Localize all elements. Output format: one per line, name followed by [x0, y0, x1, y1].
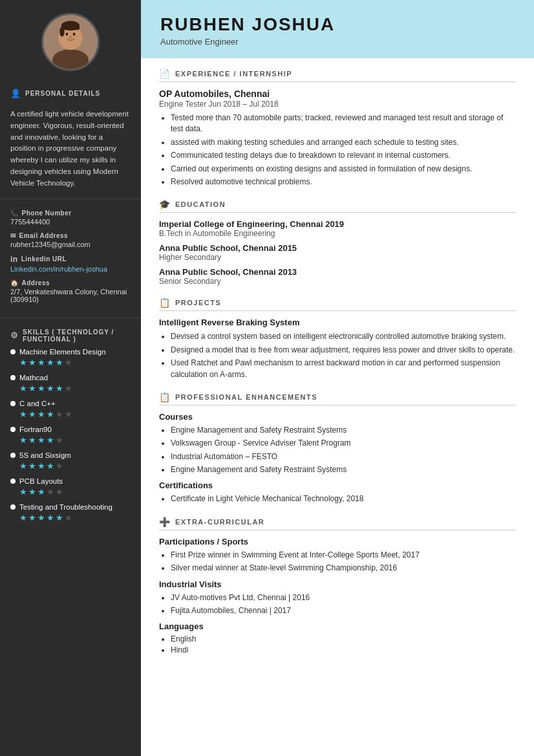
skill-item: Machine Elements Design★★★★★★ [10, 348, 131, 367]
skill-item: C and C++★★★★★★ [10, 400, 131, 419]
courses-label: Courses [159, 412, 516, 422]
industrial-list: JV Auto-motives Pvt Ltd, Chennai | 2016F… [171, 592, 516, 617]
address-value: 2/7, Venkateshwara Colony, Chennai (3099… [10, 288, 131, 303]
svg-point-9 [69, 36, 72, 39]
skill-item: Fortran90★★★★★ [10, 426, 131, 445]
personal-details-title: 👤 Personal Details [10, 89, 131, 98]
company-name: OP Automobiles, Chennai [159, 89, 516, 99]
professional-header: 📋 Professional Enhancements [159, 392, 516, 405]
skill-stars: ★★★★★ [10, 487, 131, 497]
list-item: JV Auto-motives Pvt Ltd, Chennai | 2016 [171, 592, 516, 603]
professional-section: 📋 Professional Enhancements Courses Engi… [159, 392, 516, 505]
sidebar: 👤 Personal Details A certified light veh… [0, 0, 141, 756]
skills-icon: ⚙ [10, 330, 19, 340]
project-bullets: Devised a control system based on intell… [171, 331, 516, 380]
list-item: Resolved automotive technical problems. [171, 177, 516, 188]
education-title: Education [175, 200, 226, 208]
skills-list: Machine Elements Design★★★★★★Mathcad★★★★… [10, 348, 131, 523]
projects-header: 📋 Projects [159, 297, 516, 311]
project-name: Intelligent Reverse Braking System [159, 318, 516, 327]
education-section: 🎓 Education Imperial College of Engineer… [159, 199, 516, 286]
email-value: rubher12345@gmail.com [10, 241, 131, 248]
extra-section: ➕ Extra-Curricular Participations / Spor… [159, 517, 516, 655]
list-item: Carried out experiments on existing desi… [171, 164, 516, 175]
skill-stars: ★★★★★ [10, 435, 131, 445]
list-item: Designed a model that is free from wear … [171, 345, 516, 356]
main-content: RUBHEN JOSHUA Automotive Engineer 📄 Expe… [141, 0, 534, 756]
candidate-title: Automotive Engineer [160, 37, 515, 47]
edu-sub: Senior Secondary [159, 277, 516, 286]
email-icon: ✉ [10, 232, 16, 239]
skill-name: Machine Elements Design [10, 348, 131, 356]
home-icon: 🏠 [10, 279, 19, 286]
education-entry: Imperial College of Engineering, Chennai… [159, 219, 516, 238]
projects-title: Projects [175, 299, 221, 307]
skill-item: 5S and Sixsigm★★★★★ [10, 451, 131, 471]
email-label: ✉ Email Address [10, 232, 131, 239]
skill-item: PCB Layouts★★★★★ [10, 477, 131, 497]
resume-header: RUBHEN JOSHUA Automotive Engineer [141, 0, 534, 58]
skill-name: Testing and Troubleshooting [10, 503, 131, 511]
edu-sub: B.Tech in Automobile Engineering [159, 229, 516, 238]
extra-title: Extra-Curricular [175, 518, 264, 526]
list-item: Silver medal winner at State-level Swimm… [171, 563, 516, 574]
skill-name: C and C++ [10, 400, 131, 407]
edu-name: Anna Public School, Chennai 2015 [159, 243, 516, 253]
person-icon: 👤 [10, 89, 21, 98]
extra-header: ➕ Extra-Curricular [159, 517, 516, 530]
job-role: Engine Tester Jun 2018 – Jul 2018 [159, 100, 516, 109]
svg-point-1 [52, 49, 89, 71]
edu-name: Imperial College of Engineering, Chennai… [159, 219, 516, 229]
list-item: Devised a control system based on intell… [171, 331, 516, 342]
phone-value: 7755444400 [10, 218, 131, 226]
skill-name: Mathcad [10, 374, 131, 382]
education-list: Imperial College of Engineering, Chennai… [159, 219, 516, 286]
education-entry: Anna Public School, Chennai 2013Senior S… [159, 267, 516, 286]
skill-stars: ★★★★★★ [10, 513, 131, 523]
education-icon: 🎓 [159, 199, 170, 210]
skill-stars: ★★★★★★ [10, 409, 131, 419]
candidate-name: RUBHEN JOSHUA [160, 14, 515, 35]
address-label: 🏠 Address [10, 279, 131, 286]
list-item: Fujita Automobiles, Chennai | 2017 [171, 605, 516, 616]
skill-name: 5S and Sixsigm [10, 451, 131, 459]
linkedin-value[interactable]: Linkedin.com/in/rubhen-joshua [10, 265, 131, 273]
phone-section: 📞 Phone Number 7755444400 ✉ Email Addres… [0, 202, 141, 315]
extra-icon: ➕ [159, 517, 170, 527]
svg-point-6 [59, 27, 64, 37]
avatar-container [0, 0, 141, 81]
certifications-label: Certifications [159, 481, 516, 490]
certifications-list: Certificate in Light Vehicle Mechanical … [171, 493, 516, 504]
education-entry: Anna Public School, Chennai 2015Higher S… [159, 243, 516, 262]
education-header: 🎓 Education [159, 199, 516, 213]
skill-item: Mathcad★★★★★★ [10, 374, 131, 393]
list-item: Engine Management and Safety Restraint S… [171, 464, 516, 475]
list-item: assisted with making testing schedules a… [171, 137, 516, 148]
list-item: Used Ratchet and Pawl mechanism to arres… [171, 358, 516, 380]
bio-text: A certified light vehicle development en… [0, 109, 141, 196]
list-item: Hindi [171, 645, 516, 654]
participations-label: Participations / Sports [159, 537, 516, 546]
resume-body: 📄 Experience / Internship OP Automobiles… [141, 58, 534, 679]
professional-title: Professional Enhancements [175, 393, 317, 401]
personal-details-section: 👤 Personal Details [0, 81, 141, 109]
edu-sub: Higher Secondary [159, 253, 516, 262]
phone-icon: 📞 [10, 210, 19, 217]
linkedin-label: in Linkedin URL [10, 255, 131, 264]
phone-item: 📞 Phone Number 7755444400 [10, 210, 131, 226]
skill-name: Fortran90 [10, 426, 131, 433]
professional-icon: 📋 [159, 392, 170, 402]
list-item: Engine Management and Safety Restraint S… [171, 425, 516, 436]
list-item: Certificate in Light Vehicle Mechanical … [171, 493, 516, 504]
skills-section: ⚙ Skills ( Technology / Functional ) Mac… [0, 321, 141, 534]
linkedin-item: in Linkedin URL Linkedin.com/in/rubhen-j… [10, 255, 131, 273]
experience-icon: 📄 [159, 69, 170, 79]
experience-title: Experience / Internship [175, 70, 292, 78]
skills-title: ⚙ Skills ( Technology / Functional ) [10, 329, 131, 343]
skill-stars: ★★★★★★ [10, 358, 131, 367]
svg-point-7 [66, 33, 69, 36]
svg-rect-5 [61, 24, 80, 30]
avatar [41, 13, 100, 71]
address-item: 🏠 Address 2/7, Venkateshwara Colony, Che… [10, 279, 131, 303]
experience-section: 📄 Experience / Internship OP Automobiles… [159, 69, 516, 188]
